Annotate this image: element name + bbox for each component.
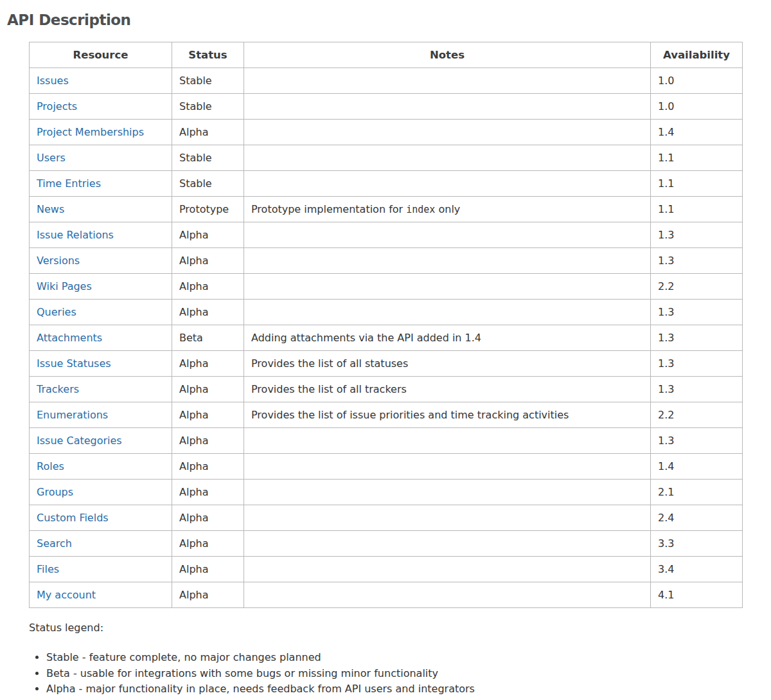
resource-cell: Attachments [30,325,172,351]
resource-link[interactable]: Enumerations [37,409,108,421]
resource-cell: Queries [30,300,172,325]
notes-cell [244,94,651,120]
availability-cell: 1.1 [651,171,743,197]
resource-link[interactable]: Queries [37,306,76,318]
resource-cell: Groups [30,480,172,505]
resource-link[interactable]: Wiki Pages [37,280,92,292]
table-row: UsersStable1.1 [30,145,743,171]
column-header-notes: Notes [244,42,651,68]
status-cell: Alpha [172,222,244,248]
column-header-resource: Resource [30,42,172,68]
notes-cell [244,145,651,171]
resource-link[interactable]: Project Memberships [37,126,144,138]
table-row: VersionsAlpha1.3 [30,248,743,274]
resource-link[interactable]: Groups [37,486,73,498]
column-header-status: Status [172,42,244,68]
availability-cell: 1.0 [651,68,743,94]
resource-cell: Versions [30,248,172,274]
api-resources-table: ResourceStatusNotesAvailability IssuesSt… [29,42,743,608]
resource-cell: Search [30,531,172,557]
availability-cell: 2.4 [651,505,743,531]
status-cell: Alpha [172,402,244,428]
availability-cell: 1.3 [651,351,743,377]
column-header-availability: Availability [651,42,743,68]
status-cell: Alpha [172,120,244,145]
notes-cell [244,557,651,582]
resource-link[interactable]: Issue Statuses [37,357,111,370]
availability-cell: 1.3 [651,325,743,351]
status-cell: Prototype [172,197,244,222]
table-header-row: ResourceStatusNotesAvailability [30,42,743,68]
availability-cell: 4.1 [651,582,743,608]
status-legend-list: Stable - feature complete, no major chan… [29,650,771,700]
resource-cell: Issue Statuses [30,351,172,377]
availability-cell: 2.1 [651,480,743,505]
page-title: API Description [7,12,771,28]
resource-link[interactable]: Custom Fields [37,512,109,524]
resource-cell: Issue Categories [30,428,172,454]
table-row: FilesAlpha3.4 [30,557,743,582]
table-row: Wiki PagesAlpha2.2 [30,274,743,300]
table-row: QueriesAlpha1.3 [30,300,743,325]
notes-cell: Provides the list of issue priorities an… [244,402,651,428]
resource-link[interactable]: News [37,203,64,215]
status-cell: Alpha [172,505,244,531]
resource-cell: Time Entries [30,171,172,197]
notes-cell [244,120,651,145]
resource-cell: Trackers [30,377,172,402]
resource-link[interactable]: Trackers [37,383,79,395]
table-row: AttachmentsBetaAdding attachments via th… [30,325,743,351]
resource-cell: Users [30,145,172,171]
resource-cell: Custom Fields [30,505,172,531]
resource-link[interactable]: Users [37,152,66,164]
notes-cell [244,505,651,531]
availability-cell: 1.4 [651,454,743,480]
resource-cell: Project Memberships [30,120,172,145]
availability-cell: 2.2 [651,274,743,300]
resource-link[interactable]: My account [37,589,96,601]
table-row: Project MembershipsAlpha1.4 [30,120,743,145]
notes-cell [244,428,651,454]
notes-cell [244,248,651,274]
status-cell: Alpha [172,531,244,557]
legend-item: Stable - feature complete, no major chan… [46,650,771,666]
table-row: SearchAlpha3.3 [30,531,743,557]
resource-link[interactable]: Versions [37,255,80,267]
resource-cell: Issue Relations [30,222,172,248]
availability-cell: 1.0 [651,94,743,120]
table-row: Issue StatusesAlphaProvides the list of … [30,351,743,377]
resource-link[interactable]: Issue Categories [37,435,122,447]
availability-cell: 1.3 [651,300,743,325]
resource-cell: News [30,197,172,222]
status-cell: Stable [172,94,244,120]
legend-item: Beta - usable for integrations with some… [46,666,771,682]
notes-cell [244,480,651,505]
resource-link[interactable]: Roles [37,460,64,472]
table-row: My accountAlpha4.1 [30,582,743,608]
resource-link[interactable]: Attachments [37,332,102,344]
availability-cell: 3.3 [651,531,743,557]
availability-cell: 1.1 [651,145,743,171]
status-cell: Alpha [172,351,244,377]
resource-cell: Files [30,557,172,582]
table-row: NewsPrototypePrototype implementation fo… [30,197,743,222]
status-cell: Stable [172,68,244,94]
table-row: Time EntriesStable1.1 [30,171,743,197]
resource-link[interactable]: Search [37,537,72,550]
notes-cell [244,300,651,325]
resource-link[interactable]: Issues [37,75,69,87]
resource-link[interactable]: Projects [37,100,77,112]
notes-cell: Provides the list of all trackers [244,377,651,402]
availability-cell: 1.3 [651,377,743,402]
table-row: Issue RelationsAlpha1.3 [30,222,743,248]
table-row: RolesAlpha1.4 [30,454,743,480]
status-cell: Alpha [172,480,244,505]
legend-item: Prototype - very rough implementation, p… [46,697,771,700]
resource-link[interactable]: Time Entries [37,177,101,190]
resource-link[interactable]: Issue Relations [37,229,114,241]
status-cell: Alpha [172,582,244,608]
resource-link[interactable]: Files [37,563,59,575]
resource-cell: Wiki Pages [30,274,172,300]
notes-cell [244,68,651,94]
status-cell: Alpha [172,300,244,325]
